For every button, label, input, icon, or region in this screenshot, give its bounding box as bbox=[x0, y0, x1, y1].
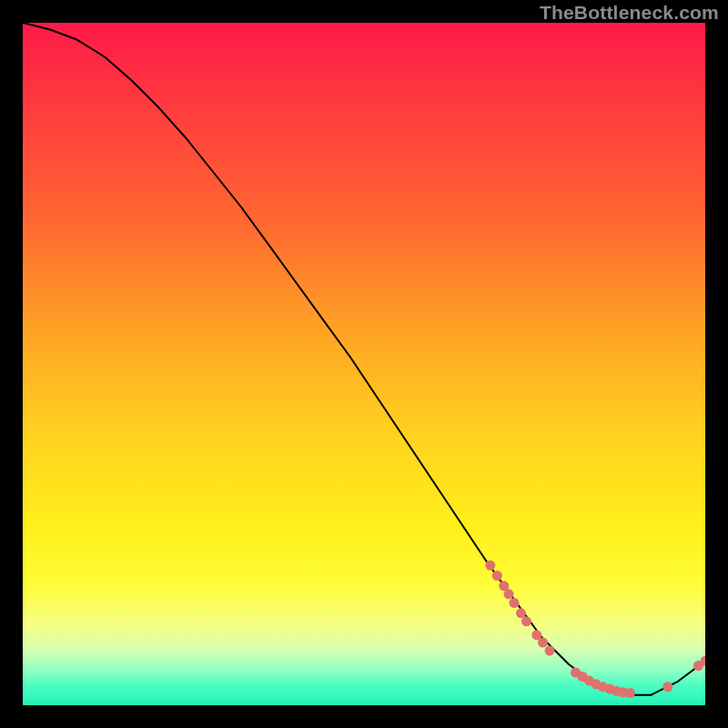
curve-marker bbox=[693, 661, 703, 671]
curve-marker bbox=[571, 668, 581, 678]
curve-marker bbox=[584, 676, 594, 686]
curve-marker bbox=[605, 684, 615, 694]
curve-marker bbox=[499, 581, 509, 591]
curve-marker bbox=[492, 571, 502, 581]
chart-frame: TheBottleneck.com bbox=[0, 0, 728, 728]
curve-marker bbox=[531, 630, 541, 640]
curve-marker bbox=[545, 646, 555, 656]
curve-marker bbox=[701, 656, 706, 666]
curve-marker bbox=[592, 679, 602, 689]
curve-marker bbox=[538, 638, 548, 648]
curve-marker bbox=[578, 672, 588, 682]
curve-marker bbox=[510, 598, 520, 608]
curve-marker bbox=[662, 682, 672, 692]
curve-markers bbox=[485, 561, 705, 698]
curve-svg bbox=[23, 23, 705, 705]
plot-area bbox=[23, 23, 705, 705]
curve-marker bbox=[516, 608, 526, 618]
watermark-text: TheBottleneck.com bbox=[540, 2, 719, 24]
curve-marker bbox=[504, 589, 514, 599]
curve-marker bbox=[598, 682, 608, 692]
curve-marker bbox=[612, 686, 622, 696]
curve-marker bbox=[521, 616, 531, 626]
curve-marker bbox=[619, 687, 629, 697]
curve-marker bbox=[625, 688, 635, 698]
bottleneck-curve-path bbox=[23, 23, 705, 695]
curve-marker bbox=[485, 561, 495, 571]
